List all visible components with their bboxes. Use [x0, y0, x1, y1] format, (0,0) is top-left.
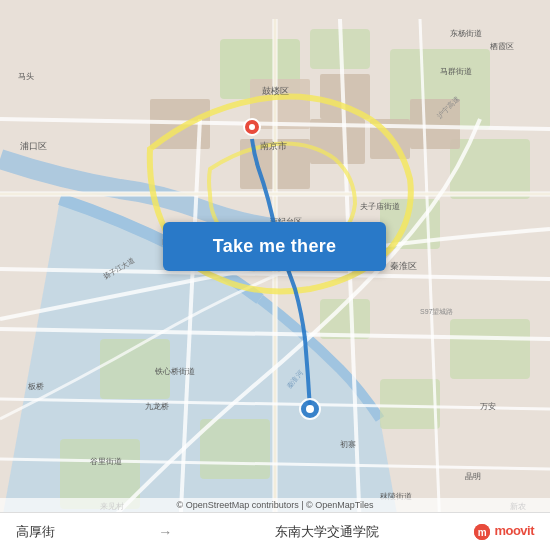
svg-text:万安: 万安: [480, 402, 496, 411]
svg-rect-10: [380, 379, 440, 429]
moovit-icon: m: [474, 524, 490, 540]
svg-text:S97望城路: S97望城路: [420, 308, 453, 315]
map-attribution: © OpenStreetMap contributors | © OpenMap…: [0, 498, 550, 512]
take-me-there-button[interactable]: Take me there: [163, 222, 386, 271]
svg-text:m: m: [478, 527, 487, 538]
svg-text:夫子庙街道: 夫子庙街道: [360, 202, 400, 211]
svg-text:九龙桥: 九龙桥: [145, 402, 169, 411]
svg-rect-4: [450, 139, 530, 199]
map-svg: 鼓楼区 南京市 秦淮区 浦口区 马头 马群街道 夫子庙街道 铁心桥街道 谷里街道…: [0, 0, 550, 550]
footer-arrow: →: [158, 524, 172, 540]
svg-text:初寨: 初寨: [340, 440, 356, 449]
svg-text:秦淮区: 秦淮区: [390, 261, 417, 271]
footer-from: 高厚街: [16, 523, 55, 541]
svg-text:晶明: 晶明: [465, 472, 481, 481]
map-container: 鼓楼区 南京市 秦淮区 浦口区 马头 马群街道 夫子庙街道 铁心桥街道 谷里街道…: [0, 0, 550, 550]
footer-to: 东南大学交通学院: [275, 523, 379, 541]
svg-text:南京市: 南京市: [260, 141, 287, 151]
svg-text:马群街道: 马群街道: [440, 67, 472, 76]
svg-text:鼓楼区: 鼓楼区: [262, 86, 289, 96]
svg-text:铁心桥街道: 铁心桥街道: [154, 367, 195, 376]
svg-rect-11: [450, 319, 530, 379]
svg-text:浦口区: 浦口区: [20, 141, 47, 151]
svg-text:谷里街道: 谷里街道: [90, 457, 122, 466]
footer-bar: 高厚街 → 东南大学交通学院 m moovit: [0, 512, 550, 550]
svg-text:东杨街道: 东杨街道: [450, 29, 482, 38]
svg-rect-9: [200, 419, 270, 479]
svg-text:马头: 马头: [18, 72, 34, 81]
moovit-logo: m moovit: [474, 523, 534, 540]
svg-text:板桥: 板桥: [27, 382, 44, 391]
svg-text:栖霞区: 栖霞区: [489, 42, 514, 51]
svg-point-57: [249, 124, 255, 130]
svg-point-59: [306, 405, 314, 413]
